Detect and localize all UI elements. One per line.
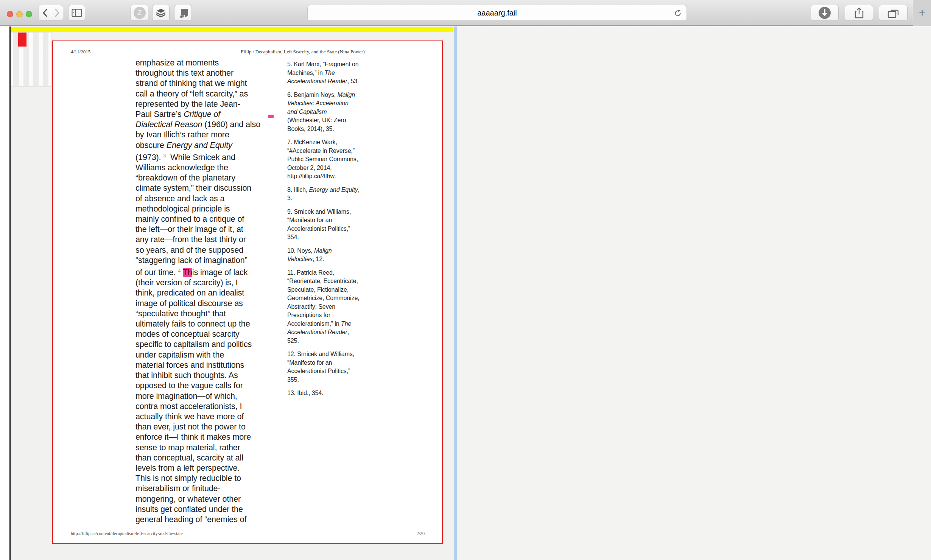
main-text-line: miserabilism or finitude- <box>135 484 287 494</box>
close-window-button[interactable] <box>7 11 13 17</box>
main-text-line: sense to map material, rather <box>135 443 287 453</box>
main-text-line: climate system,” their discussion <box>135 183 287 193</box>
text-segment: 11. Patricia Reed, “Reorientate, Eccentr… <box>287 269 360 327</box>
text-segment: is image of lack <box>192 268 248 277</box>
footnote-item: 11. Patricia Reed, “Reorientate, Eccentr… <box>287 269 360 345</box>
text-segment: enforce it—I think it makes more <box>135 432 251 442</box>
zotero-extension-button[interactable]: Z <box>131 5 148 21</box>
footnote-item: 13. Ibid., 354. <box>287 389 360 398</box>
main-text-line: throughout this text another <box>135 68 287 78</box>
text-segment: , 53. <box>347 78 359 84</box>
main-text-column: emphasize at momentsthroughout this text… <box>135 58 287 525</box>
main-text-line: (their version of scarcity) is, I <box>135 278 287 288</box>
main-text-line: insults get conflated under the <box>135 504 287 515</box>
back-button[interactable] <box>39 5 51 21</box>
plus-icon: + <box>919 6 926 19</box>
main-text-line: Paul Sartre’s Critique of <box>135 109 287 120</box>
zoom-window-button[interactable] <box>26 11 32 17</box>
footnote-item: 7. McKenzie Wark, “#Accelerate in Revers… <box>287 138 360 181</box>
text-segment: think, predicated on an idealist <box>135 288 244 297</box>
text-segment: ultimately fails to connect up the <box>135 319 250 328</box>
sidebar-toggle-button[interactable] <box>68 5 85 21</box>
address-bar[interactable]: aaaaarg.fail <box>307 5 687 21</box>
main-text-line: the left—or their image of it, at <box>135 224 287 235</box>
forward-button[interactable] <box>51 5 63 21</box>
text-segment: Paul Sartre’s <box>135 110 184 119</box>
footnote-item: 6. Benjamin Noys, Malign Velocities: Acc… <box>287 91 360 134</box>
left-border-line <box>9 26 11 560</box>
pink-text-highlight: Th <box>183 268 192 277</box>
minimize-window-button[interactable] <box>16 11 23 17</box>
refresh-arrow-icon <box>674 9 682 17</box>
main-text-line: actually think we have more of <box>135 412 287 422</box>
text-segment: general heading of “enemies of <box>135 515 246 524</box>
main-text-line: mainly confined to a critique of <box>135 214 287 224</box>
thumbnail-red-marker <box>18 33 26 47</box>
text-segment: call a theory of “left scarcity,” as <box>135 89 248 98</box>
text-segment: While Srnicek and <box>166 153 235 162</box>
evernote-extension-button[interactable] <box>174 5 192 21</box>
italic-text: Energy and Equity <box>309 187 358 193</box>
text-segment: (1973). <box>135 153 163 162</box>
right-empty-panel <box>457 26 931 560</box>
main-text-line: “speculative thought” that <box>135 309 287 319</box>
main-text-line: This is not simply reducible to <box>135 473 287 484</box>
footer-source-url: http://fillip.ca/content/decapitalism-le… <box>71 531 183 537</box>
text-segment: (1960) and also <box>202 120 260 129</box>
footnote-item: 8. Illich, Energy and Equity, 3. <box>287 186 360 203</box>
italic-text: Energy and Equity <box>167 141 232 150</box>
text-segment: specific to capitalism and politics <box>135 340 252 349</box>
main-text-line: so years, and of the supposed <box>135 245 287 255</box>
main-text-line: “breakdown of the planetary <box>135 173 287 183</box>
pane-divider[interactable] <box>454 26 457 560</box>
main-text-line: than conceptual, scarcity at all <box>135 453 287 463</box>
text-segment: than conceptual, scarcity at all <box>135 453 243 462</box>
italic-text: Dialectical Reason <box>135 120 202 129</box>
share-button[interactable] <box>845 5 873 21</box>
url-text: aaaaarg.fail <box>477 9 517 17</box>
text-segment: more imagination—of which, <box>135 392 237 401</box>
document-page[interactable]: 4/11/2015 Fillip / Decapitalism, Left Sc… <box>52 40 443 544</box>
main-text-line: more imagination—of which, <box>135 391 287 401</box>
main-text-line: material forces and institutions <box>135 360 287 370</box>
text-segment: “speculative thought” that <box>135 309 226 318</box>
text-segment: “breakdown of the planetary <box>135 173 235 182</box>
main-text-line: represented by the late Jean- <box>135 99 287 109</box>
document-header: Fillip / Decapitalism, Left Scarcity, an… <box>212 49 394 55</box>
text-segment: modes of conceptual scarcity <box>135 330 239 339</box>
text-segment: (their version of scarcity) is, I <box>135 278 238 287</box>
text-segment: , 12. <box>313 256 324 262</box>
pink-annotation-mark <box>268 115 274 118</box>
reload-button[interactable] <box>673 8 683 18</box>
text-segment: 7. McKenzie Wark, “#Accelerate in Revers… <box>287 139 358 179</box>
text-segment: than ever, just not the power to <box>135 422 246 431</box>
text-segment: strand of thinking that we might <box>135 79 247 88</box>
chevron-right-icon <box>54 9 60 17</box>
browser-window: Z aaaaarg.fail <box>0 0 931 560</box>
footnote-item: 9. Srnicek and Williams, “Manifesto for … <box>287 208 360 242</box>
page-thumbnail[interactable] <box>11 33 51 86</box>
main-text-line: think, predicated on an idealist <box>135 288 287 298</box>
show-tabs-button[interactable] <box>879 5 908 21</box>
new-tab-button[interactable]: + <box>913 0 931 26</box>
text-segment: 6. Benjamin Noys, <box>287 92 337 98</box>
text-segment: (Winchester, UK: Zero Books, 2014), 35. <box>287 117 346 132</box>
yellow-highlight-bar <box>11 27 453 32</box>
stack-extension-button[interactable] <box>152 5 170 21</box>
text-segment: “staggering lack of imagination” <box>135 256 248 265</box>
text-segment: contra most accelerationists, I <box>135 402 242 411</box>
main-text-line: specific to capitalism and politics <box>135 339 287 350</box>
main-text-line: contra most accelerationists, I <box>135 401 287 412</box>
text-segment: levels from a left perspective. <box>135 464 240 473</box>
main-text-line: of absence and lack as a <box>135 194 287 204</box>
downloads-button[interactable] <box>811 5 839 21</box>
main-text-line: opposed to the vague calls for <box>135 381 287 391</box>
text-segment: climate system,” their discussion <box>135 184 251 193</box>
main-text-line: mongering, or whatever other <box>135 494 287 504</box>
elephant-icon <box>177 8 189 18</box>
footnote-item: 12. Srnicek and Williams, “Manifesto for… <box>287 350 360 384</box>
footer-page-indicator: 2/20 <box>417 531 425 537</box>
text-segment: throughout this text another <box>135 68 234 78</box>
main-text-line: under capitalism with the <box>135 350 287 360</box>
italic-text: Critique of <box>184 110 220 119</box>
